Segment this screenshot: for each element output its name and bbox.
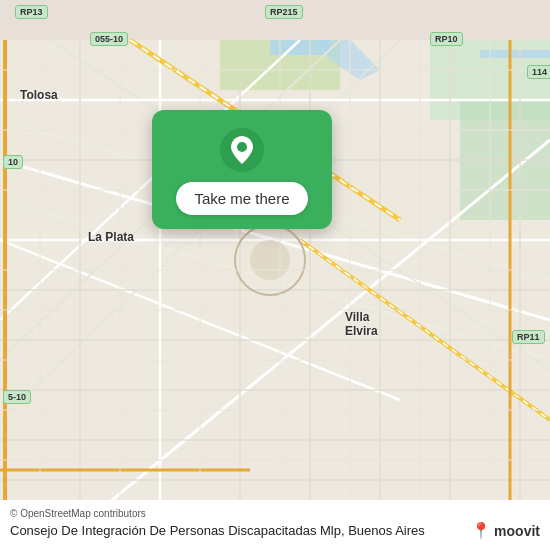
moovit-pin-icon: 📍 bbox=[471, 521, 491, 540]
bottom-bar: © OpenStreetMap contributors Consejo De … bbox=[0, 500, 550, 550]
5-10-badge: 5-10 bbox=[3, 390, 31, 404]
moovit-logo: 📍 moovit bbox=[471, 521, 540, 540]
10-badge: 10 bbox=[3, 155, 23, 169]
055-10-badge: 055-10 bbox=[90, 32, 128, 46]
moovit-text: moovit bbox=[494, 523, 540, 539]
rp13-badge: RP13 bbox=[15, 5, 48, 19]
location-pin-icon bbox=[220, 128, 264, 172]
svg-rect-4 bbox=[270, 40, 330, 55]
location-name-line: Consejo De Integración De Personas Disca… bbox=[10, 521, 540, 540]
popup-card: Take me there bbox=[152, 110, 332, 229]
svg-point-56 bbox=[237, 142, 247, 152]
map-container: Tolosa La Plata VillaElvira RP13 055-10 … bbox=[0, 0, 550, 550]
copyright-text: © OpenStreetMap contributors bbox=[10, 508, 540, 519]
114-badge: 114 bbox=[527, 65, 550, 79]
rp11-badge: RP11 bbox=[512, 330, 545, 344]
rp215-badge: RP215 bbox=[265, 5, 303, 19]
take-me-there-button[interactable]: Take me there bbox=[176, 182, 307, 215]
svg-point-39 bbox=[250, 240, 290, 280]
rp10-badge: RP10 bbox=[430, 32, 463, 46]
location-name-text: Consejo De Integración De Personas Disca… bbox=[10, 523, 425, 538]
